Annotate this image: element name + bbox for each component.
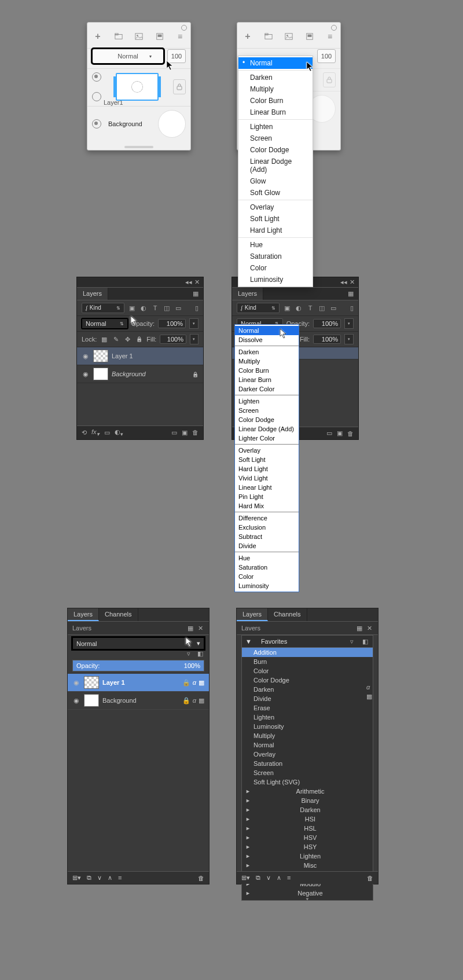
shape-filter-icon[interactable]: ◫ (163, 304, 171, 312)
layer-name[interactable]: Background (112, 370, 146, 377)
visibility-toggle[interactable]: ◉ (82, 352, 90, 360)
filter-icon-strip[interactable]: ▣ ◐ T ◫ ▭ (283, 304, 337, 312)
fill-input[interactable]: 100% (313, 335, 341, 344)
panel-titlebar[interactable]: ◂◂✕ (77, 277, 203, 288)
layer-row[interactable]: Background (87, 106, 190, 141)
blend-mode-option[interactable]: Hue (238, 239, 313, 251)
link-layers-icon[interactable]: ⟲ (82, 429, 87, 436)
blend-mode-menu[interactable]: AdditionBurnColorColor DodgeDarkenDivide… (241, 648, 373, 901)
visibility-toggle[interactable]: ◉ (72, 696, 80, 704)
blend-mode-option[interactable]: Darken (238, 72, 313, 83)
blend-mode-option[interactable]: Lighten (242, 713, 373, 722)
smart-filter-icon[interactable]: ▭ (329, 304, 337, 312)
fill-arrow[interactable]: ▾ (190, 334, 199, 344)
blend-mode-option[interactable]: Exclusion (235, 523, 299, 532)
blend-mode-option[interactable]: Hard Mix (235, 501, 299, 511)
blend-mode-option[interactable]: Screen (235, 406, 299, 415)
blend-mode-category[interactable]: Arithmetic (242, 787, 373, 796)
blend-mode-option[interactable]: Divide (235, 541, 299, 550)
blend-mode-select[interactable]: Normal ▾ (72, 637, 204, 649)
panel-resize-handle[interactable] (124, 146, 153, 148)
blend-mode-option[interactable]: Soft Glow (238, 187, 313, 199)
new-layer-icon[interactable]: ▣ (337, 430, 343, 437)
adjustment-icon[interactable]: ◐▾ (115, 428, 123, 437)
filter-icon[interactable]: ▿ (185, 649, 193, 658)
opacity-input[interactable]: 100% (158, 319, 186, 328)
mask-icon[interactable]: ▭ (104, 429, 110, 436)
add-layer-button[interactable]: ⊞▾ (72, 874, 81, 882)
lock-icon[interactable]: 🔒 (182, 679, 190, 687)
shape-filter-icon[interactable]: ◫ (318, 304, 326, 312)
fx-icon[interactable]: fx▾ (91, 428, 100, 437)
new-group-icon[interactable]: ▭ (171, 429, 177, 436)
filter-kind-select[interactable]: ᶘ Kind⇅ (237, 303, 280, 313)
blend-mode-option[interactable]: Screen (242, 768, 373, 777)
filter-toggle-icon[interactable]: ▯ (350, 304, 354, 312)
blend-mode-option[interactable]: Glow (238, 175, 313, 187)
lock-paint-icon[interactable]: ✎ (112, 335, 120, 343)
blend-mode-option[interactable]: Darker Color (235, 384, 299, 394)
blend-mode-option[interactable]: Burn (242, 657, 373, 666)
adjustment-filter-icon[interactable]: ◐ (295, 304, 303, 312)
blend-mode-option[interactable]: Difference (235, 513, 299, 523)
blend-mode-option[interactable]: Saturation (238, 251, 313, 262)
layer-name[interactable]: Layer 1 (102, 679, 125, 686)
dock-icon[interactable]: ▦ (355, 624, 363, 632)
blend-mode-option[interactable]: Normal (238, 57, 313, 69)
more-button[interactable] (154, 31, 166, 42)
blend-mode-option[interactable]: Darken (235, 347, 299, 357)
fill-input[interactable]: 100% (160, 335, 186, 344)
visibility-toggle[interactable]: ◉ (82, 370, 90, 378)
blend-mode-category[interactable]: Darken (242, 805, 373, 814)
delete-layer-button[interactable]: 🗑 (198, 875, 204, 882)
tab-layers[interactable]: Layers (232, 288, 263, 300)
layer-row[interactable]: ◉ Background (77, 365, 203, 383)
checker-icon[interactable]: ▩ (366, 693, 372, 700)
blend-mode-category[interactable]: Binary (242, 796, 373, 805)
pixel-filter-icon[interactable]: ▣ (128, 304, 136, 312)
new-layer-icon[interactable]: ▣ (182, 429, 188, 436)
fill-arrow[interactable]: ▾ (344, 334, 354, 344)
blend-mode-option[interactable]: Lighter Color (235, 434, 299, 443)
opacity-arrow[interactable]: ▾ (344, 318, 354, 329)
tab-channels[interactable]: Channels (99, 608, 138, 621)
blend-mode-option[interactable]: Linear Burn (235, 375, 299, 384)
blend-mode-option[interactable]: Color Dodge (235, 415, 299, 424)
tab-layers[interactable]: Layers (77, 288, 108, 300)
blend-mode-option[interactable]: Multiply (235, 357, 299, 366)
blend-mode-option[interactable]: Color (242, 666, 373, 676)
layer-lock-button[interactable] (323, 72, 336, 87)
blend-mode-option[interactable]: Overlay (242, 750, 373, 759)
blend-mode-option[interactable]: Erase (242, 703, 373, 713)
blend-mode-option[interactable]: Divide (242, 694, 373, 703)
type-filter-icon[interactable]: T (306, 304, 314, 312)
mask-toggle[interactable] (92, 92, 101, 101)
alpha-icon[interactable]: α (193, 697, 196, 704)
blend-mode-option[interactable]: Color Dodge (238, 144, 313, 156)
blend-mode-option[interactable]: Lighten (238, 121, 313, 133)
type-filter-icon[interactable]: T (151, 304, 159, 312)
blend-mode-option[interactable]: Pin Light (235, 492, 299, 501)
layer-thumbnail[interactable] (93, 350, 108, 362)
blend-shortcut-icon[interactable]: ◧ (361, 637, 369, 645)
lock-position-icon[interactable]: ✥ (123, 335, 131, 343)
tab-channels[interactable]: Channels (268, 608, 307, 621)
close-icon[interactable]: ✕ (196, 624, 204, 632)
settings-button[interactable]: ≡ (118, 874, 122, 882)
new-group-icon[interactable]: ▭ (326, 430, 332, 437)
close-icon[interactable]: ✕ (365, 624, 373, 632)
lock-icon[interactable]: 🔒 (182, 697, 190, 704)
blend-mode-category[interactable]: HSY (242, 842, 373, 851)
blend-mode-menu[interactable]: NormalDarkenMultiplyColor BurnLinear Bur… (238, 56, 313, 287)
duplicate-layer-button[interactable]: ⧉ (256, 874, 260, 882)
blend-mode-option[interactable]: Color (235, 572, 299, 581)
delete-layer-icon[interactable]: 🗑 (347, 430, 354, 437)
blend-mode-option[interactable]: Saturation (235, 563, 299, 572)
blend-mode-option[interactable]: Lighten (235, 397, 299, 406)
blend-mode-option[interactable]: Addition (242, 648, 373, 657)
more-button[interactable] (304, 31, 315, 42)
blend-mode-option[interactable]: Soft Light (235, 455, 299, 464)
blend-mode-menu[interactable]: NormalDissolveDarkenMultiplyColor BurnLi… (234, 324, 299, 592)
add-image-button[interactable] (133, 31, 145, 42)
pixel-filter-icon[interactable]: ▣ (283, 304, 291, 312)
